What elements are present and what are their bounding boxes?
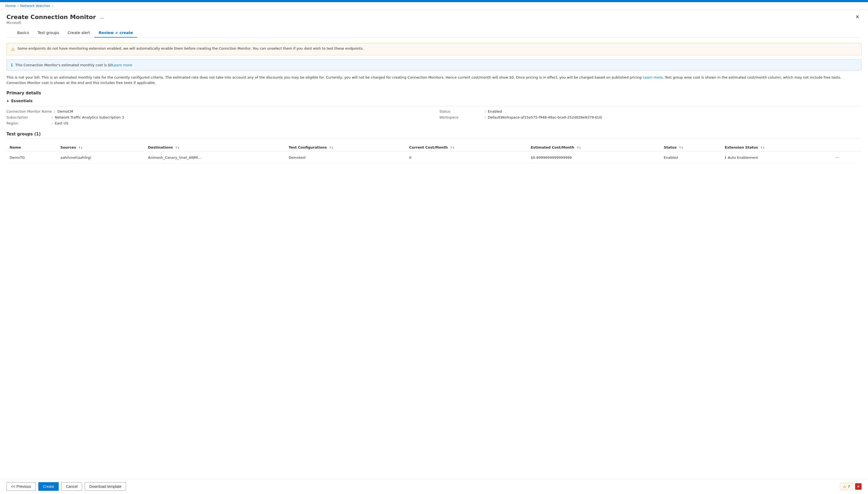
bottom-right: ⚠ 7 ✕ [840, 483, 862, 490]
notif-warning-icon: ⚠ [843, 484, 846, 489]
desc-text-main: This is not your bill. This is an estima… [6, 75, 643, 79]
essentials-chevron-icon: ∧ [6, 99, 9, 103]
th-actions [830, 143, 862, 152]
td-row-actions: ··· [830, 152, 862, 163]
page-title: Create Connection Monitor [6, 14, 96, 20]
essentials-label: Essentials [11, 99, 33, 103]
primary-details-section: Primary details ∧ Essentials Connection … [6, 91, 862, 125]
row-more-button[interactable]: ··· [834, 154, 841, 160]
essentials-right: Status : Enabled Workspace : DefaultWork… [439, 109, 862, 125]
sort-estimated-cost-icon: ↑↓ [577, 146, 581, 149]
bottom-bar: << Previous Create Cancel Download templ… [0, 479, 868, 494]
table-header-row: Name Sources ↑↓ Destinations ↑↓ Test Con… [6, 143, 862, 152]
td-current-cost: 0 [406, 152, 528, 163]
th-current-cost[interactable]: Current Cost/Month ↑↓ [406, 143, 528, 152]
td-test-configs: Demotest [285, 152, 406, 163]
th-name[interactable]: Name [6, 143, 57, 152]
essentials-left: Connection Monitor Name : DemoCM Subscri… [6, 109, 429, 125]
td-name: DemoTG [6, 152, 57, 163]
destinations-text: Animesh_Canary_Vnet_ANM(... [148, 155, 202, 159]
td-destinations: Animesh_Canary_Vnet_ANM(... [145, 152, 285, 163]
table-row: DemoTG aahilvnet(aahilrg) Animesh_Canary… [6, 152, 862, 163]
primary-details-title: Primary details [6, 91, 862, 95]
field-label-subscription: Subscription [6, 115, 49, 119]
breadcrumb-home[interactable]: Home [5, 4, 16, 8]
test-groups-title: Test groups (1) [6, 132, 862, 139]
sort-current-cost-icon: ↑↓ [450, 146, 455, 149]
page-container: Create Connection Monitor ... ✕ Microsof… [0, 10, 868, 494]
sort-sources-icon: ↑↓ [78, 146, 83, 149]
th-sources[interactable]: Sources ↑↓ [57, 143, 145, 152]
breadcrumb-sep-2: › [52, 4, 53, 8]
td-extension-status: ℹ Auto Enablement [722, 152, 831, 163]
field-label-connection-monitor-name: Connection Monitor Name [6, 110, 52, 113]
field-sep-status: : [485, 109, 486, 113]
tab-create-alert[interactable]: Create alert [63, 28, 94, 38]
td-estimated-cost: $0.8999999999999999 [528, 152, 660, 163]
info-text: This Connection Monitor's estimated mont… [15, 63, 132, 67]
field-sep-workspace: : [485, 115, 486, 119]
field-value-connection-monitor-name: DemoCM [57, 110, 73, 113]
sort-destinations-icon: ↑↓ [175, 146, 180, 149]
field-value-status: Enabled [488, 110, 502, 113]
field-value-workspace: DefaultWorkspace-af15e575-f948-49ac-bce0… [488, 115, 602, 119]
field-value-region: East US [55, 121, 68, 125]
field-subscription: Subscription : Network Traffic Analytics… [6, 115, 429, 119]
breadcrumb-network-watcher[interactable]: Network Watcher [20, 4, 50, 8]
sort-test-configs-icon: ↑↓ [329, 146, 334, 149]
th-status[interactable]: Status ↑↓ [660, 143, 722, 152]
page-subtitle: Microsoft [6, 21, 862, 25]
test-groups-table: Name Sources ↑↓ Destinations ↑↓ Test Con… [6, 143, 862, 163]
th-extension-status[interactable]: Extension Status ↑↓ [722, 143, 831, 152]
essentials-grid: Connection Monitor Name : DemoCM Subscri… [6, 106, 862, 125]
notification-close-button[interactable]: ✕ [855, 483, 862, 490]
sort-extension-status-icon: ↑↓ [760, 146, 765, 149]
download-template-button[interactable]: Download template [85, 482, 126, 491]
create-button[interactable]: Create [38, 482, 59, 491]
essentials-header[interactable]: ∧ Essentials [6, 99, 862, 103]
th-test-configurations[interactable]: Test Configurations ↑↓ [285, 143, 406, 152]
auto-info-icon: ℹ [725, 155, 726, 159]
th-estimated-cost[interactable]: Estimated Cost/Month ↑↓ [528, 143, 660, 152]
info-banner: ℹ This Connection Monitor's estimated mo… [6, 59, 862, 71]
sort-status-icon: ↑↓ [679, 146, 683, 149]
close-button[interactable]: ✕ [853, 14, 862, 20]
field-label-region: Region [6, 121, 49, 125]
field-connection-monitor-name: Connection Monitor Name : DemoCM [6, 109, 429, 113]
content-area: ⚠ Some endpoints do not have monitoring … [0, 38, 868, 479]
extension-status-text: Auto Enablement [728, 155, 758, 159]
field-region: Region : East US [6, 121, 429, 125]
cancel-button[interactable]: Cancel [61, 482, 82, 491]
test-groups-section: Test groups (1) Name Sources ↑↓ Destinat… [6, 132, 862, 163]
field-label-workspace: Workspace [439, 115, 482, 119]
desc-learn-more-link[interactable]: Learn more, [643, 75, 664, 79]
notification-count: 7 [848, 484, 850, 489]
previous-button[interactable]: << Previous [6, 482, 36, 491]
field-sep-1: : [52, 115, 53, 119]
info-text-before: This Connection Monitor's estimated mont… [15, 63, 112, 67]
field-label-status: Status [439, 110, 482, 113]
warning-text: Some endpoints do not have monitoring ex… [17, 46, 363, 51]
tab-bar: Basics Test groups Create alert Review +… [6, 28, 862, 38]
description-text: This is not your bill. This is an estima… [6, 75, 862, 85]
field-workspace: Workspace : DefaultWorkspace-af15e575-f9… [439, 115, 862, 119]
warning-banner: ⚠ Some endpoints do not have monitoring … [6, 43, 862, 55]
td-sources: aahilvnet(aahilrg) [57, 152, 145, 163]
page-header: Create Connection Monitor ... ✕ Microsof… [0, 10, 868, 38]
th-destinations[interactable]: Destinations ↑↓ [145, 143, 285, 152]
tab-review-create[interactable]: Review + create [94, 28, 137, 38]
td-status: Enabled [660, 152, 722, 163]
info-icon: ℹ [11, 62, 13, 68]
breadcrumb-sep-1: › [17, 4, 19, 8]
field-status: Status : Enabled [439, 109, 862, 113]
breadcrumb: Home › Network Watcher › [0, 2, 868, 10]
field-sep-0: : [54, 109, 56, 113]
tab-test-groups[interactable]: Test groups [33, 28, 63, 38]
notification-badge: ⚠ 7 [840, 483, 853, 490]
field-sep-2: : [52, 121, 53, 125]
info-learn-more-link[interactable]: Learn more [112, 63, 132, 67]
tab-basics[interactable]: Basics [13, 28, 33, 38]
warning-icon: ⚠ [11, 47, 15, 52]
top-bar [0, 0, 868, 2]
more-options-button[interactable]: ... [99, 14, 106, 20]
